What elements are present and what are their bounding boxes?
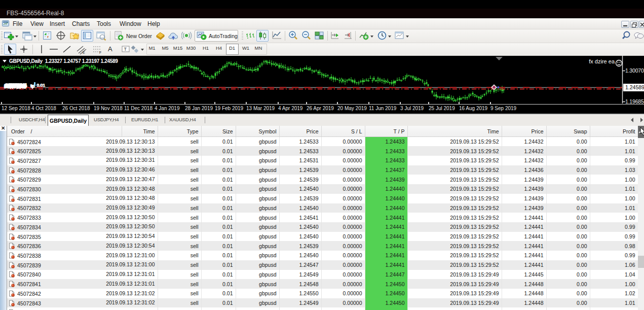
svg-text:T: T: [124, 47, 127, 52]
svg-text:E: E: [83, 51, 85, 54]
svg-text:F: F: [99, 51, 101, 54]
